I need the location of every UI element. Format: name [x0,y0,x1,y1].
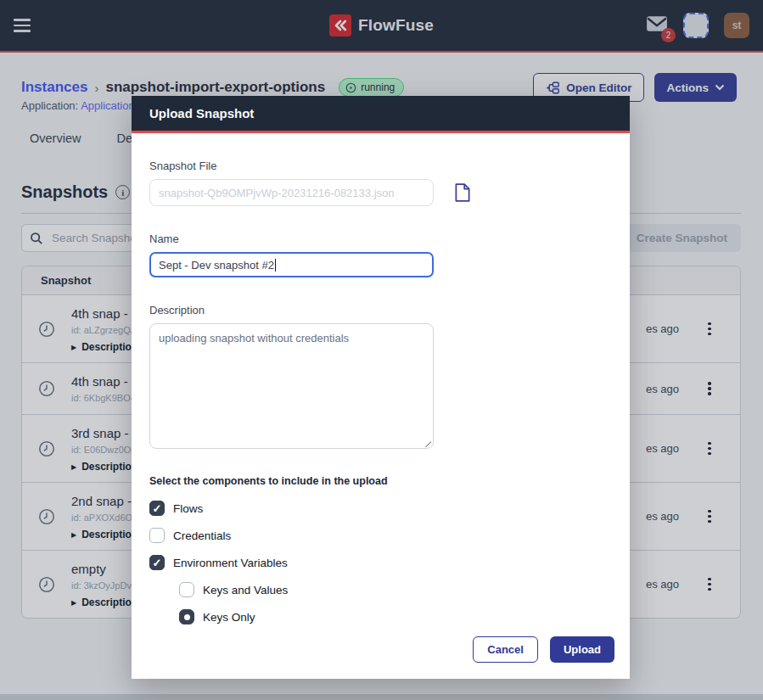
dialog-header: Upload Snapshot [132,96,630,133]
components-label: Select the components to include in the … [149,475,612,487]
snapshot-file-input [149,179,434,206]
name-input[interactable]: Sept - Dev snapshot #2 [149,252,434,277]
file-picker-button[interactable] [454,182,471,203]
cancel-button[interactable]: Cancel [473,636,538,663]
document-icon [454,182,471,203]
component-option: Credentials [149,528,612,543]
radio-button[interactable] [179,582,194,597]
upload-snapshot-dialog: Upload Snapshot Snapshot File Name Sept … [132,96,630,679]
radio-button[interactable] [179,609,194,624]
text-caret [275,259,276,272]
name-value: Sept - Dev snapshot #2 [159,259,274,272]
component-option: Environment Variables [149,555,612,570]
checkbox[interactable] [149,528,165,543]
upload-button[interactable]: Upload [550,636,614,663]
name-label: Name [149,232,612,245]
snapshot-file-label: Snapshot File [149,160,612,172]
description-label: Description [149,304,612,316]
checkbox[interactable] [149,501,165,516]
description-textarea[interactable]: uploading snapshot without credentials [149,323,434,449]
component-options: Flows Credentials Environment Variables … [149,501,612,624]
checkbox[interactable] [149,555,165,570]
component-option: Keys Only [179,609,612,624]
dialog-title: Upload Snapshot [149,106,254,120]
app-screen: FlowFuse 2 st Instances › snapshot-impor… [0,0,763,700]
component-option: Flows [149,501,612,516]
component-option: Keys and Values [179,582,612,597]
